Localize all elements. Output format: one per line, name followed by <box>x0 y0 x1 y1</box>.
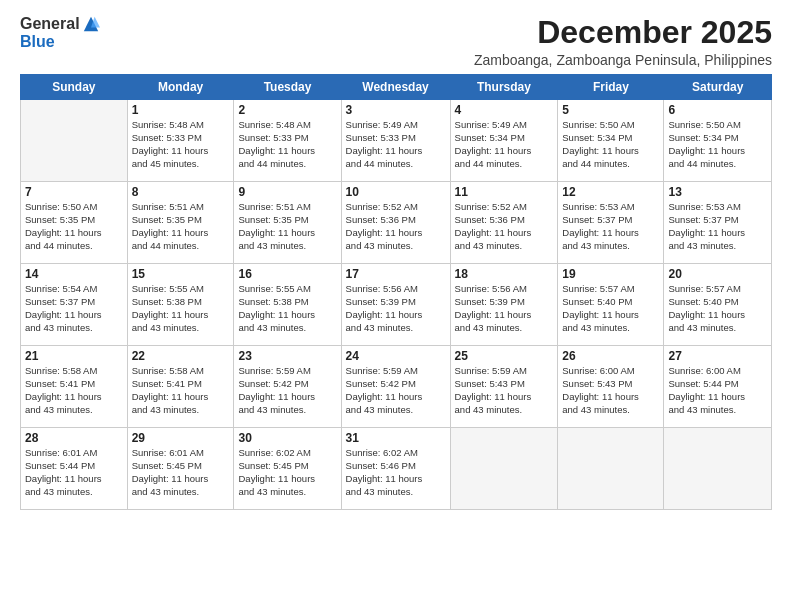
table-row: 31Sunrise: 6:02 AM Sunset: 5:46 PM Dayli… <box>341 428 450 510</box>
table-row: 24Sunrise: 5:59 AM Sunset: 5:42 PM Dayli… <box>341 346 450 428</box>
table-row <box>21 100 128 182</box>
calendar-page: General Blue December 2025 Zamboanga, Za… <box>0 0 792 612</box>
day-number: 30 <box>238 431 336 445</box>
table-row: 20Sunrise: 5:57 AM Sunset: 5:40 PM Dayli… <box>664 264 772 346</box>
day-number: 1 <box>132 103 230 117</box>
day-number: 31 <box>346 431 446 445</box>
table-row: 6Sunrise: 5:50 AM Sunset: 5:34 PM Daylig… <box>664 100 772 182</box>
day-info: Sunrise: 5:51 AM Sunset: 5:35 PM Dayligh… <box>238 201 336 252</box>
col-monday: Monday <box>127 75 234 100</box>
table-row: 16Sunrise: 5:55 AM Sunset: 5:38 PM Dayli… <box>234 264 341 346</box>
day-info: Sunrise: 5:48 AM Sunset: 5:33 PM Dayligh… <box>132 119 230 170</box>
logo-general: General <box>20 15 80 33</box>
day-info: Sunrise: 5:49 AM Sunset: 5:33 PM Dayligh… <box>346 119 446 170</box>
calendar-header-row: Sunday Monday Tuesday Wednesday Thursday… <box>21 75 772 100</box>
day-info: Sunrise: 5:52 AM Sunset: 5:36 PM Dayligh… <box>455 201 554 252</box>
day-info: Sunrise: 5:57 AM Sunset: 5:40 PM Dayligh… <box>668 283 767 334</box>
day-number: 11 <box>455 185 554 199</box>
day-info: Sunrise: 5:58 AM Sunset: 5:41 PM Dayligh… <box>132 365 230 416</box>
day-number: 6 <box>668 103 767 117</box>
day-info: Sunrise: 5:50 AM Sunset: 5:35 PM Dayligh… <box>25 201 123 252</box>
day-number: 17 <box>346 267 446 281</box>
calendar-week-row: 14Sunrise: 5:54 AM Sunset: 5:37 PM Dayli… <box>21 264 772 346</box>
day-number: 23 <box>238 349 336 363</box>
table-row: 30Sunrise: 6:02 AM Sunset: 5:45 PM Dayli… <box>234 428 341 510</box>
day-number: 18 <box>455 267 554 281</box>
day-info: Sunrise: 6:01 AM Sunset: 5:44 PM Dayligh… <box>25 447 123 498</box>
table-row: 12Sunrise: 5:53 AM Sunset: 5:37 PM Dayli… <box>558 182 664 264</box>
day-info: Sunrise: 6:00 AM Sunset: 5:44 PM Dayligh… <box>668 365 767 416</box>
table-row: 27Sunrise: 6:00 AM Sunset: 5:44 PM Dayli… <box>664 346 772 428</box>
day-number: 27 <box>668 349 767 363</box>
table-row: 28Sunrise: 6:01 AM Sunset: 5:44 PM Dayli… <box>21 428 128 510</box>
table-row: 25Sunrise: 5:59 AM Sunset: 5:43 PM Dayli… <box>450 346 558 428</box>
day-number: 28 <box>25 431 123 445</box>
day-info: Sunrise: 5:55 AM Sunset: 5:38 PM Dayligh… <box>238 283 336 334</box>
table-row: 7Sunrise: 5:50 AM Sunset: 5:35 PM Daylig… <box>21 182 128 264</box>
col-friday: Friday <box>558 75 664 100</box>
day-info: Sunrise: 5:51 AM Sunset: 5:35 PM Dayligh… <box>132 201 230 252</box>
table-row: 3Sunrise: 5:49 AM Sunset: 5:33 PM Daylig… <box>341 100 450 182</box>
calendar-week-row: 7Sunrise: 5:50 AM Sunset: 5:35 PM Daylig… <box>21 182 772 264</box>
day-number: 21 <box>25 349 123 363</box>
day-number: 20 <box>668 267 767 281</box>
logo: General Blue <box>20 15 100 51</box>
table-row: 2Sunrise: 5:48 AM Sunset: 5:33 PM Daylig… <box>234 100 341 182</box>
day-number: 2 <box>238 103 336 117</box>
day-info: Sunrise: 5:59 AM Sunset: 5:42 PM Dayligh… <box>346 365 446 416</box>
logo-blue: Blue <box>20 33 55 51</box>
day-info: Sunrise: 5:55 AM Sunset: 5:38 PM Dayligh… <box>132 283 230 334</box>
day-info: Sunrise: 5:49 AM Sunset: 5:34 PM Dayligh… <box>455 119 554 170</box>
day-info: Sunrise: 6:02 AM Sunset: 5:45 PM Dayligh… <box>238 447 336 498</box>
day-number: 16 <box>238 267 336 281</box>
day-number: 7 <box>25 185 123 199</box>
table-row: 23Sunrise: 5:59 AM Sunset: 5:42 PM Dayli… <box>234 346 341 428</box>
title-block: December 2025 Zamboanga, Zamboanga Penin… <box>474 15 772 68</box>
table-row: 8Sunrise: 5:51 AM Sunset: 5:35 PM Daylig… <box>127 182 234 264</box>
month-title: December 2025 <box>474 15 772 50</box>
table-row <box>664 428 772 510</box>
day-number: 12 <box>562 185 659 199</box>
day-number: 22 <box>132 349 230 363</box>
day-number: 15 <box>132 267 230 281</box>
table-row: 21Sunrise: 5:58 AM Sunset: 5:41 PM Dayli… <box>21 346 128 428</box>
day-info: Sunrise: 6:02 AM Sunset: 5:46 PM Dayligh… <box>346 447 446 498</box>
day-info: Sunrise: 5:56 AM Sunset: 5:39 PM Dayligh… <box>346 283 446 334</box>
day-info: Sunrise: 5:50 AM Sunset: 5:34 PM Dayligh… <box>562 119 659 170</box>
day-number: 10 <box>346 185 446 199</box>
day-number: 24 <box>346 349 446 363</box>
day-number: 3 <box>346 103 446 117</box>
table-row: 1Sunrise: 5:48 AM Sunset: 5:33 PM Daylig… <box>127 100 234 182</box>
day-info: Sunrise: 6:01 AM Sunset: 5:45 PM Dayligh… <box>132 447 230 498</box>
table-row: 14Sunrise: 5:54 AM Sunset: 5:37 PM Dayli… <box>21 264 128 346</box>
calendar-week-row: 28Sunrise: 6:01 AM Sunset: 5:44 PM Dayli… <box>21 428 772 510</box>
table-row <box>450 428 558 510</box>
table-row: 5Sunrise: 5:50 AM Sunset: 5:34 PM Daylig… <box>558 100 664 182</box>
day-info: Sunrise: 5:50 AM Sunset: 5:34 PM Dayligh… <box>668 119 767 170</box>
table-row: 26Sunrise: 6:00 AM Sunset: 5:43 PM Dayli… <box>558 346 664 428</box>
day-info: Sunrise: 6:00 AM Sunset: 5:43 PM Dayligh… <box>562 365 659 416</box>
table-row: 22Sunrise: 5:58 AM Sunset: 5:41 PM Dayli… <box>127 346 234 428</box>
table-row: 29Sunrise: 6:01 AM Sunset: 5:45 PM Dayli… <box>127 428 234 510</box>
day-info: Sunrise: 5:59 AM Sunset: 5:43 PM Dayligh… <box>455 365 554 416</box>
day-info: Sunrise: 5:59 AM Sunset: 5:42 PM Dayligh… <box>238 365 336 416</box>
day-number: 19 <box>562 267 659 281</box>
day-number: 4 <box>455 103 554 117</box>
location-subtitle: Zamboanga, Zamboanga Peninsula, Philippi… <box>474 52 772 68</box>
calendar-week-row: 1Sunrise: 5:48 AM Sunset: 5:33 PM Daylig… <box>21 100 772 182</box>
day-number: 29 <box>132 431 230 445</box>
table-row: 15Sunrise: 5:55 AM Sunset: 5:38 PM Dayli… <box>127 264 234 346</box>
day-info: Sunrise: 5:58 AM Sunset: 5:41 PM Dayligh… <box>25 365 123 416</box>
day-info: Sunrise: 5:54 AM Sunset: 5:37 PM Dayligh… <box>25 283 123 334</box>
table-row: 17Sunrise: 5:56 AM Sunset: 5:39 PM Dayli… <box>341 264 450 346</box>
table-row: 19Sunrise: 5:57 AM Sunset: 5:40 PM Dayli… <box>558 264 664 346</box>
day-info: Sunrise: 5:57 AM Sunset: 5:40 PM Dayligh… <box>562 283 659 334</box>
header: General Blue December 2025 Zamboanga, Za… <box>20 15 772 68</box>
col-tuesday: Tuesday <box>234 75 341 100</box>
table-row: 18Sunrise: 5:56 AM Sunset: 5:39 PM Dayli… <box>450 264 558 346</box>
table-row: 13Sunrise: 5:53 AM Sunset: 5:37 PM Dayli… <box>664 182 772 264</box>
day-info: Sunrise: 5:48 AM Sunset: 5:33 PM Dayligh… <box>238 119 336 170</box>
table-row <box>558 428 664 510</box>
day-number: 5 <box>562 103 659 117</box>
day-number: 14 <box>25 267 123 281</box>
